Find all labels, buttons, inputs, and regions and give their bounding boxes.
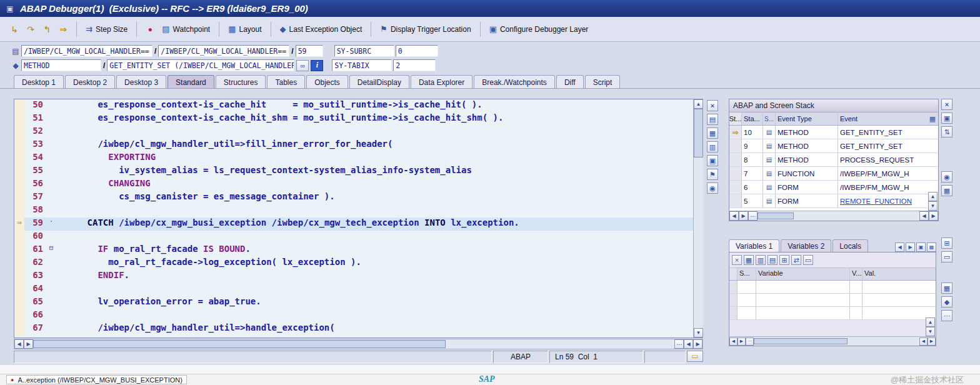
sy-tabix-label-field[interactable]: SY-TABIX — [332, 59, 392, 71]
add-column-icon[interactable]: ⊞ — [779, 255, 789, 265]
variable-name-cell[interactable] — [756, 281, 850, 293]
variables-hscrollbar[interactable]: ◀ ▶ ⋯ ◀ ▶ — [729, 336, 936, 346]
scroll-down-icon[interactable]: ▼ — [926, 327, 935, 336]
variable-value-cell[interactable] — [862, 294, 936, 306]
breakpoint-gutter[interactable] — [14, 322, 24, 336]
swap-icon[interactable]: ⇄ — [791, 255, 801, 265]
stack-row[interactable]: ⇒10▤METHODGET_ENTITY_SET — [729, 126, 938, 139]
step-over-icon[interactable]: ↷ — [24, 22, 38, 36]
current-statement-arrow-icon[interactable]: ⇒ — [14, 218, 24, 231]
notes-icon[interactable]: ▭ — [687, 351, 703, 362]
scroll-left-icon[interactable]: ◀ — [729, 338, 738, 346]
variables-col-s[interactable]: S... — [738, 268, 756, 280]
tab-objects[interactable]: Objects — [306, 75, 348, 89]
stack-row-selector[interactable] — [729, 194, 742, 208]
variable-v-cell[interactable] — [850, 307, 862, 319]
splitter-grip-icon[interactable]: ⋯ — [748, 211, 758, 221]
code-line-65[interactable]: 65 lv_operation_error = abap_true. — [14, 296, 702, 309]
code-line-59[interactable]: ⇒59· CATCH /iwbep/cx_mgw_busi_exception … — [14, 218, 702, 231]
tab-desktop-1[interactable]: Desktop 1 — [14, 75, 64, 89]
breakpoint-gutter[interactable] — [14, 99, 24, 112]
row-selector[interactable] — [729, 281, 738, 293]
code-line-53[interactable]: 53 /iwbep/cl_mgw_handler_util=>fill_inne… — [14, 139, 702, 152]
stack-event[interactable]: GET_ENTITY_SET — [838, 126, 938, 139]
fold-marker[interactable]: · — [47, 218, 56, 231]
code-line-57[interactable]: 57 cs_msg_canister = es_message_containe… — [14, 191, 702, 204]
new-source-icon[interactable]: ▤ — [707, 114, 718, 125]
variable-s-cell[interactable] — [738, 307, 756, 319]
detach-stack-icon[interactable]: ▣ — [941, 112, 952, 124]
code-line-51[interactable]: 51 es_response_context-is_cache_hit_shm … — [14, 112, 702, 126]
tab-break-watchpoints[interactable]: Break./Watchpoints — [474, 75, 555, 89]
variable-v-cell[interactable] — [850, 281, 862, 293]
breakpoint-gutter[interactable] — [14, 112, 24, 126]
code-line-60[interactable]: 60 — [14, 231, 702, 244]
add-view-icon[interactable]: ⊞ — [941, 238, 952, 249]
flag-icon[interactable]: ⚑ — [707, 169, 718, 180]
scroll-right-icon[interactable]: ▶ — [693, 339, 702, 349]
scroll-left-icon[interactable]: ◀ — [684, 339, 693, 349]
stack-col-stack[interactable]: Sta... — [742, 112, 763, 125]
toolbar-watchpoint[interactable]: ▤ Watchpoint — [159, 24, 212, 34]
breakpoint-gutter[interactable] — [14, 309, 24, 322]
stack-col-st[interactable]: St... — [729, 112, 742, 125]
step-return-icon[interactable]: ↰ — [40, 22, 54, 36]
scroll-left-icon[interactable]: ◀ — [895, 242, 904, 252]
table-view-icon[interactable]: ▦ — [707, 128, 718, 139]
vscrollbar-thumb[interactable] — [694, 109, 703, 158]
watchpoint-led-icon[interactable]: ● — [143, 22, 157, 36]
watch-icon[interactable]: ◉ — [941, 171, 952, 182]
tab-variables-1[interactable]: Variables 1 — [729, 239, 779, 252]
info-icon[interactable]: i — [311, 60, 323, 71]
scroll-left-icon[interactable]: ◀ — [919, 338, 928, 346]
toolbar-display-trigger-location[interactable]: ⚑ Display Trigger Location — [378, 24, 473, 34]
code-line-58[interactable]: 58 — [14, 204, 702, 218]
variable-name-cell[interactable] — [756, 307, 850, 319]
continue-icon[interactable]: ⇒ — [56, 22, 70, 36]
diamond-icon[interactable]: ◆ — [941, 296, 952, 308]
more-icon[interactable]: ⋯ — [941, 310, 952, 321]
breakpoint-gutter[interactable] — [14, 257, 24, 270]
code-line-61[interactable]: 61⊟ IF mo_ral_rt_facade IS BOUND. — [14, 244, 702, 257]
stack-row-selector[interactable] — [729, 139, 742, 152]
scroll-right-icon[interactable]: ▶ — [928, 338, 936, 346]
stack-col-s[interactable]: S... — [763, 112, 776, 125]
include-field[interactable]: /IWBEP/CL_MGW_LOCAL_HANDLER== — [158, 45, 289, 57]
stack-event[interactable]: /IWBEP/FM_MGW_H — [838, 181, 938, 194]
splitter-grip-icon[interactable]: ⋯ — [674, 339, 684, 349]
taskbar-window-button[interactable]: ● A..exception (/IWBEP/CX_MGW_BUSI_EXCEP… — [6, 375, 187, 384]
hscrollbar-thumb[interactable] — [758, 212, 794, 219]
code-line-63[interactable]: 63 ENDIF. — [14, 270, 702, 283]
stack-row[interactable]: 9▤METHODGET_ENTITY_SET — [729, 139, 938, 153]
breakpoint-gutter[interactable] — [14, 244, 24, 257]
code-line-56[interactable]: 56 CHANGING — [14, 178, 702, 191]
variables-col-val[interactable]: Val. — [862, 268, 936, 280]
variable-s-cell[interactable] — [738, 294, 756, 306]
variable-s-cell[interactable] — [738, 281, 756, 293]
scroll-right-icon[interactable]: ▶ — [738, 338, 746, 346]
toolbar-configure-debugger-layer[interactable]: ▣ Configure Debugger Layer — [487, 24, 591, 34]
stack-hscrollbar[interactable]: ◀ ▶ ⋯ ◀ ▶ — [729, 211, 938, 221]
tab-locals[interactable]: Locals — [832, 239, 868, 252]
note-icon[interactable]: ▭ — [803, 255, 813, 265]
tab-script[interactable]: Script — [585, 75, 621, 89]
variable-v-cell[interactable] — [850, 294, 862, 306]
stack-row[interactable]: 6▤FORM/IWBEP/FM_MGW_H — [729, 181, 938, 194]
variable-value-cell[interactable] — [862, 307, 936, 319]
code-line-62[interactable]: 62 mo_ral_rt_facade->log_exception( lx_e… — [14, 257, 702, 270]
table-rows-icon[interactable]: ▥ — [756, 255, 766, 265]
tab-desktop-3[interactable]: Desktop 3 — [116, 75, 166, 89]
table-view-icon[interactable]: ▦ — [941, 282, 952, 294]
variable-value-cell[interactable] — [862, 281, 936, 293]
row-selector[interactable] — [729, 294, 738, 306]
variables-col-v[interactable]: V... — [850, 268, 862, 280]
editor-vscrollbar[interactable]: ▲ ▼ — [693, 99, 703, 338]
breakpoint-gutter[interactable] — [14, 165, 24, 178]
glasses-icon[interactable]: ∞ — [296, 60, 309, 71]
hscrollbar-thumb[interactable] — [33, 340, 446, 348]
code-line-55[interactable]: 55 iv_system_alias = ls_request_context-… — [14, 165, 702, 178]
current-stack-arrow-icon[interactable]: ⇒ — [729, 126, 742, 139]
grid-icon[interactable]: ▦ — [941, 185, 952, 196]
note-view-icon[interactable]: ▭ — [941, 251, 952, 262]
breakpoint-gutter[interactable] — [14, 296, 24, 309]
